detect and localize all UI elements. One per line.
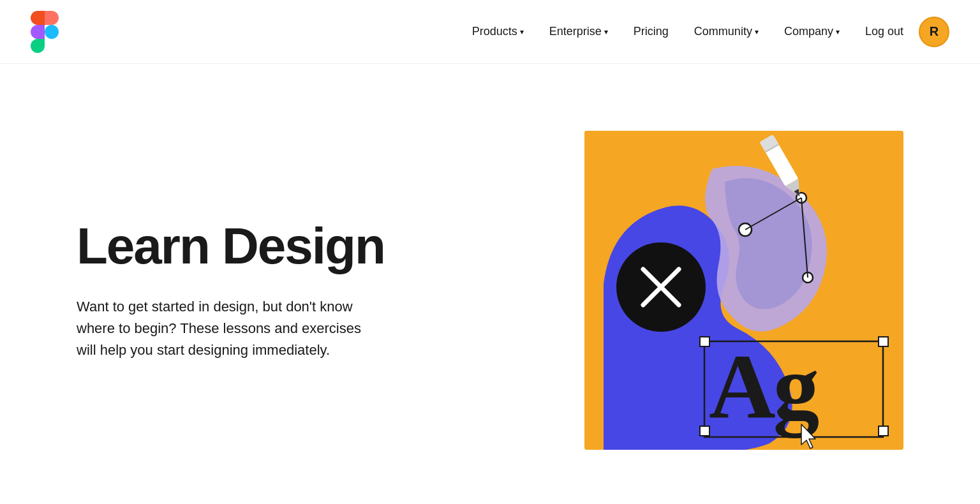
- svg-text:Ag: Ag: [709, 336, 819, 438]
- enterprise-chevron-icon: ▾: [604, 27, 608, 36]
- nav-pricing[interactable]: Pricing: [623, 20, 679, 43]
- figma-logo-icon: [31, 11, 59, 53]
- nav-menu: Products ▾ Enterprise ▾ Pricing Communit…: [462, 17, 949, 47]
- enterprise-label: Enterprise: [549, 25, 602, 38]
- hero-content: Learn Design Want to get started in desi…: [77, 219, 385, 361]
- nav-community[interactable]: Community ▾: [684, 20, 769, 43]
- svg-rect-18: [700, 426, 709, 436]
- nav-company[interactable]: Company ▾: [774, 20, 850, 43]
- hero-section: Learn Design Want to get started in desi…: [0, 64, 980, 504]
- hero-title: Learn Design: [77, 219, 385, 273]
- hero-description: Want to get started in design, but don't…: [77, 296, 370, 361]
- user-avatar[interactable]: R: [919, 17, 949, 47]
- hero-svg: Ag: [584, 131, 903, 450]
- logout-button[interactable]: Log out: [855, 20, 914, 43]
- logo[interactable]: [31, 11, 59, 53]
- svg-rect-17: [879, 337, 888, 346]
- products-chevron-icon: ▾: [520, 27, 524, 36]
- hero-illustration: Ag: [584, 131, 903, 450]
- company-chevron-icon: ▾: [836, 27, 840, 36]
- community-chevron-icon: ▾: [755, 27, 759, 36]
- svg-rect-19: [879, 426, 888, 436]
- nav-enterprise[interactable]: Enterprise ▾: [539, 20, 618, 43]
- svg-rect-16: [700, 337, 709, 346]
- nav-products[interactable]: Products ▾: [462, 20, 534, 43]
- navbar: Products ▾ Enterprise ▾ Pricing Communit…: [0, 0, 980, 64]
